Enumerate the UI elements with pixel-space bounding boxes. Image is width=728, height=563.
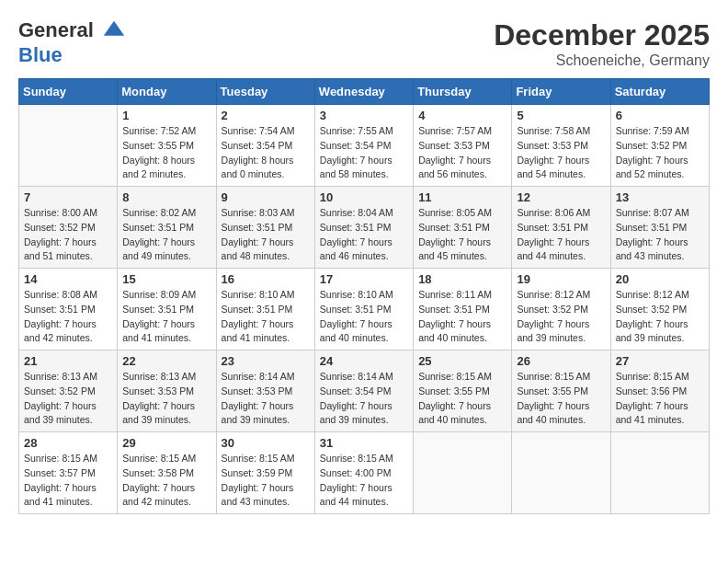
day-info: Sunrise: 8:14 AM Sunset: 3:53 PM Dayligh… (222, 370, 310, 428)
day-number: 8 (122, 190, 210, 204)
day-number: 13 (616, 190, 704, 204)
calendar-cell: 27Sunrise: 8:15 AM Sunset: 3:56 PM Dayli… (610, 350, 709, 432)
day-info: Sunrise: 8:05 AM Sunset: 3:51 PM Dayligh… (418, 206, 506, 264)
day-number: 31 (320, 436, 408, 450)
day-info: Sunrise: 7:59 AM Sunset: 3:52 PM Dayligh… (616, 124, 704, 182)
day-number: 17 (320, 272, 408, 286)
day-info: Sunrise: 8:06 AM Sunset: 3:51 PM Dayligh… (517, 206, 605, 264)
day-number: 22 (122, 354, 210, 368)
svg-marker-0 (104, 21, 124, 36)
day-info: Sunrise: 8:10 AM Sunset: 3:51 PM Dayligh… (222, 288, 310, 346)
day-info: Sunrise: 8:15 AM Sunset: 3:57 PM Dayligh… (24, 452, 112, 510)
calendar-cell (414, 432, 512, 514)
day-info: Sunrise: 8:11 AM Sunset: 3:51 PM Dayligh… (418, 288, 506, 346)
col-tuesday: Tuesday (216, 79, 314, 105)
day-info: Sunrise: 8:12 AM Sunset: 3:52 PM Dayligh… (616, 288, 704, 346)
day-number: 18 (418, 272, 506, 286)
day-info: Sunrise: 8:09 AM Sunset: 3:51 PM Dayligh… (122, 288, 210, 346)
calendar-cell: 19Sunrise: 8:12 AM Sunset: 3:52 PM Dayli… (512, 269, 610, 350)
day-number: 24 (320, 354, 408, 368)
day-info: Sunrise: 8:13 AM Sunset: 3:53 PM Dayligh… (122, 370, 210, 428)
day-info: Sunrise: 8:13 AM Sunset: 3:52 PM Dayligh… (24, 370, 112, 428)
calendar-cell (512, 432, 610, 514)
calendar-cell: 18Sunrise: 8:11 AM Sunset: 3:51 PM Dayli… (414, 269, 512, 350)
col-friday: Friday (512, 79, 610, 105)
day-info: Sunrise: 8:15 AM Sunset: 3:55 PM Dayligh… (418, 370, 506, 428)
calendar-week-row: 1Sunrise: 7:52 AM Sunset: 3:55 PM Daylig… (19, 105, 710, 187)
day-info: Sunrise: 7:55 AM Sunset: 3:54 PM Dayligh… (320, 124, 408, 182)
col-sunday: Sunday (19, 79, 118, 105)
day-info: Sunrise: 8:04 AM Sunset: 3:51 PM Dayligh… (320, 206, 408, 264)
calendar-cell: 17Sunrise: 8:10 AM Sunset: 3:51 PM Dayli… (314, 269, 413, 350)
calendar-week-row: 14Sunrise: 8:08 AM Sunset: 3:51 PM Dayli… (19, 269, 710, 350)
day-number: 15 (122, 272, 210, 286)
calendar-cell: 24Sunrise: 8:14 AM Sunset: 3:54 PM Dayli… (314, 350, 413, 432)
calendar-cell: 28Sunrise: 8:15 AM Sunset: 3:57 PM Dayli… (19, 432, 118, 514)
day-info: Sunrise: 8:12 AM Sunset: 3:52 PM Dayligh… (517, 288, 605, 346)
calendar-cell: 12Sunrise: 8:06 AM Sunset: 3:51 PM Dayli… (512, 187, 610, 269)
day-number: 21 (24, 354, 112, 368)
col-thursday: Thursday (414, 79, 512, 105)
calendar-cell (610, 432, 709, 514)
day-number: 6 (616, 109, 704, 122)
day-info: Sunrise: 8:15 AM Sunset: 3:58 PM Dayligh… (122, 452, 210, 510)
logo: General Blue (18, 18, 127, 66)
col-wednesday: Wednesday (314, 79, 413, 105)
day-number: 19 (517, 272, 605, 286)
calendar-cell: 5Sunrise: 7:58 AM Sunset: 3:53 PM Daylig… (512, 105, 610, 187)
day-info: Sunrise: 7:57 AM Sunset: 3:53 PM Dayligh… (418, 124, 506, 182)
calendar-header-row: Sunday Monday Tuesday Wednesday Thursday… (19, 79, 710, 105)
day-info: Sunrise: 7:52 AM Sunset: 3:55 PM Dayligh… (122, 124, 210, 182)
calendar-cell: 16Sunrise: 8:10 AM Sunset: 3:51 PM Dayli… (216, 269, 314, 350)
day-number: 12 (517, 190, 605, 204)
day-info: Sunrise: 8:02 AM Sunset: 3:51 PM Dayligh… (122, 206, 210, 264)
day-number: 3 (320, 109, 408, 122)
calendar-cell: 22Sunrise: 8:13 AM Sunset: 3:53 PM Dayli… (118, 350, 216, 432)
day-number: 27 (616, 354, 704, 368)
calendar-table: Sunday Monday Tuesday Wednesday Thursday… (18, 78, 710, 514)
day-number: 10 (320, 190, 408, 204)
calendar-cell: 15Sunrise: 8:09 AM Sunset: 3:51 PM Dayli… (118, 269, 216, 350)
calendar-cell: 1Sunrise: 7:52 AM Sunset: 3:55 PM Daylig… (118, 105, 216, 187)
calendar-cell: 29Sunrise: 8:15 AM Sunset: 3:58 PM Dayli… (118, 432, 216, 514)
day-info: Sunrise: 8:07 AM Sunset: 3:51 PM Dayligh… (616, 206, 704, 264)
day-info: Sunrise: 8:00 AM Sunset: 3:52 PM Dayligh… (24, 206, 112, 264)
calendar-cell: 25Sunrise: 8:15 AM Sunset: 3:55 PM Dayli… (414, 350, 512, 432)
day-number: 4 (418, 109, 506, 122)
day-number: 2 (222, 109, 310, 122)
calendar-cell: 10Sunrise: 8:04 AM Sunset: 3:51 PM Dayli… (314, 187, 413, 269)
day-number: 9 (222, 190, 310, 204)
day-info: Sunrise: 8:14 AM Sunset: 3:54 PM Dayligh… (320, 370, 408, 428)
calendar-cell: 21Sunrise: 8:13 AM Sunset: 3:52 PM Dayli… (19, 350, 118, 432)
calendar-week-row: 7Sunrise: 8:00 AM Sunset: 3:52 PM Daylig… (19, 187, 710, 269)
calendar-cell: 13Sunrise: 8:07 AM Sunset: 3:51 PM Dayli… (610, 187, 709, 269)
month-title: December 2025 (494, 18, 710, 52)
day-info: Sunrise: 8:15 AM Sunset: 3:55 PM Dayligh… (517, 370, 605, 428)
day-number: 29 (122, 436, 210, 450)
day-number: 25 (418, 354, 506, 368)
day-info: Sunrise: 8:10 AM Sunset: 3:51 PM Dayligh… (320, 288, 408, 346)
day-number: 16 (222, 272, 310, 286)
calendar-cell: 26Sunrise: 8:15 AM Sunset: 3:55 PM Dayli… (512, 350, 610, 432)
day-number: 14 (24, 272, 112, 286)
col-saturday: Saturday (610, 79, 709, 105)
day-number: 30 (222, 436, 310, 450)
calendar-cell: 2Sunrise: 7:54 AM Sunset: 3:54 PM Daylig… (216, 105, 314, 187)
logo-blue: Blue (18, 43, 63, 66)
calendar-cell: 3Sunrise: 7:55 AM Sunset: 3:54 PM Daylig… (314, 105, 413, 187)
calendar-cell: 23Sunrise: 8:14 AM Sunset: 3:53 PM Dayli… (216, 350, 314, 432)
calendar-cell (19, 105, 118, 187)
day-number: 11 (418, 190, 506, 204)
calendar-week-row: 21Sunrise: 8:13 AM Sunset: 3:52 PM Dayli… (19, 350, 710, 432)
day-info: Sunrise: 7:54 AM Sunset: 3:54 PM Dayligh… (222, 124, 310, 182)
calendar-cell: 20Sunrise: 8:12 AM Sunset: 3:52 PM Dayli… (610, 269, 709, 350)
day-number: 1 (122, 109, 210, 122)
calendar-cell: 7Sunrise: 8:00 AM Sunset: 3:52 PM Daylig… (19, 187, 118, 269)
title-block: December 2025 Schoeneiche, Germany (494, 18, 710, 69)
day-info: Sunrise: 8:15 AM Sunset: 3:56 PM Dayligh… (616, 370, 704, 428)
day-info: Sunrise: 8:03 AM Sunset: 3:51 PM Dayligh… (222, 206, 310, 264)
day-info: Sunrise: 8:08 AM Sunset: 3:51 PM Dayligh… (24, 288, 112, 346)
day-info: Sunrise: 8:15 AM Sunset: 4:00 PM Dayligh… (320, 452, 408, 510)
day-number: 23 (222, 354, 310, 368)
day-info: Sunrise: 7:58 AM Sunset: 3:53 PM Dayligh… (517, 124, 605, 182)
